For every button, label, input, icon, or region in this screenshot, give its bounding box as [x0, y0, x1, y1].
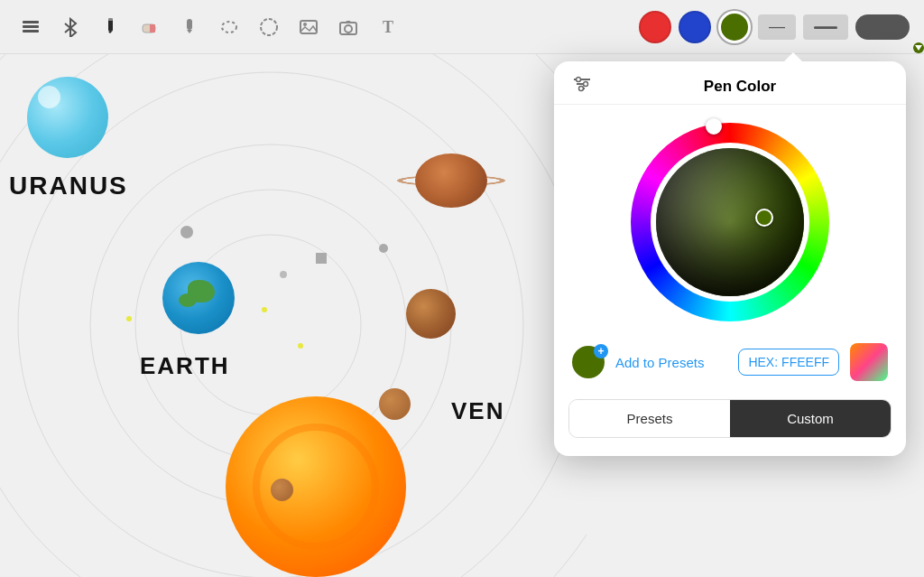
line-thickness-button[interactable]: [803, 14, 848, 40]
small-brown-planet2: [271, 479, 293, 501]
color-picker-panel: Pen Color + Add to Presets: [554, 61, 906, 456]
stroke-style-button[interactable]: [855, 14, 910, 40]
panel-title: Pen Color: [592, 78, 888, 96]
svg-point-28: [584, 82, 588, 87]
svg-rect-11: [108, 18, 113, 21]
bluetooth-icon[interactable]: [54, 11, 87, 43]
svg-point-16: [222, 22, 236, 33]
svg-rect-23: [814, 26, 837, 29]
tab-custom[interactable]: Custom: [730, 400, 891, 437]
minus-button[interactable]: —: [758, 14, 796, 40]
saturn-body: [415, 154, 487, 208]
minus-icon: —: [769, 17, 785, 36]
camera-tool-icon[interactable]: [332, 11, 365, 43]
gradient-swatch[interactable]: [850, 343, 888, 381]
lasso-tool-icon[interactable]: [213, 11, 245, 43]
uranus-planet: [27, 77, 108, 158]
svg-rect-14: [187, 19, 192, 30]
svg-rect-13: [150, 24, 155, 33]
current-color-swatch[interactable]: +: [572, 346, 605, 378]
saturn-planet: [397, 144, 505, 217]
svg-point-19: [303, 23, 307, 26]
small-planet: [180, 226, 193, 238]
add-to-presets-button[interactable]: Add to Presets: [615, 355, 704, 370]
asteroid-dot: [262, 307, 267, 312]
filter-icon[interactable]: [572, 76, 592, 97]
asteroid-dot: [298, 343, 303, 349]
text-tool-icon[interactable]: T: [372, 11, 404, 43]
small-planet: [379, 244, 388, 253]
marker-tool-icon[interactable]: [173, 11, 206, 43]
svg-text:T: T: [383, 18, 393, 36]
image-tool-icon[interactable]: [292, 11, 325, 43]
svg-rect-8: [23, 30, 39, 33]
earth-continent2: [179, 293, 197, 307]
green-color-swatch[interactable]: [718, 11, 751, 43]
toolbar: T —: [0, 0, 924, 54]
color-wheel-container: [554, 105, 906, 336]
eraser-tool-icon[interactable]: [134, 11, 166, 43]
hex-value[interactable]: FFEEFF: [781, 355, 829, 369]
small-planet: [280, 271, 287, 278]
uranus-label: URANUS: [9, 172, 128, 200]
color-selector-dot[interactable]: [755, 209, 773, 227]
blue-color-swatch[interactable]: [679, 11, 711, 43]
color-field-overlay: [656, 148, 804, 296]
small-planet: [316, 253, 327, 264]
svg-point-27: [577, 78, 581, 82]
tab-presets[interactable]: Presets: [569, 400, 730, 437]
uranus-highlight: [38, 86, 60, 108]
earth-label: EARTH: [140, 352, 230, 380]
color-bottom-controls: + Add to Presets HEX: FFEEFF: [554, 336, 906, 388]
asteroid-dot: [126, 316, 132, 321]
sun-object: [226, 396, 406, 577]
svg-marker-10: [108, 32, 112, 33]
svg-marker-15: [187, 30, 192, 33]
venus-planet: [406, 289, 456, 339]
svg-point-21: [345, 25, 352, 33]
venus-label: VEN: [451, 397, 504, 425]
layers-icon[interactable]: [14, 11, 47, 43]
svg-rect-7: [23, 25, 39, 28]
svg-rect-6: [23, 21, 39, 23]
small-brown-planet: [379, 388, 411, 420]
panel-pointer: [784, 52, 802, 61]
shape-tool-icon[interactable]: [253, 11, 285, 43]
hex-label: HEX:: [748, 355, 778, 369]
tabs-container: Presets Custom: [568, 399, 892, 438]
add-preset-badge: +: [594, 344, 608, 358]
hex-input-wrapper[interactable]: HEX: FFEEFF: [738, 349, 839, 376]
svg-rect-9: [108, 19, 113, 32]
earth-planet: [162, 262, 235, 334]
color-wheel[interactable]: [631, 123, 829, 321]
panel-header: Pen Color: [554, 61, 906, 105]
svg-point-17: [261, 19, 277, 35]
svg-point-29: [579, 87, 584, 91]
red-color-swatch[interactable]: [639, 11, 671, 43]
pen-tool-icon[interactable]: [94, 11, 126, 43]
hue-selector[interactable]: [706, 118, 722, 135]
